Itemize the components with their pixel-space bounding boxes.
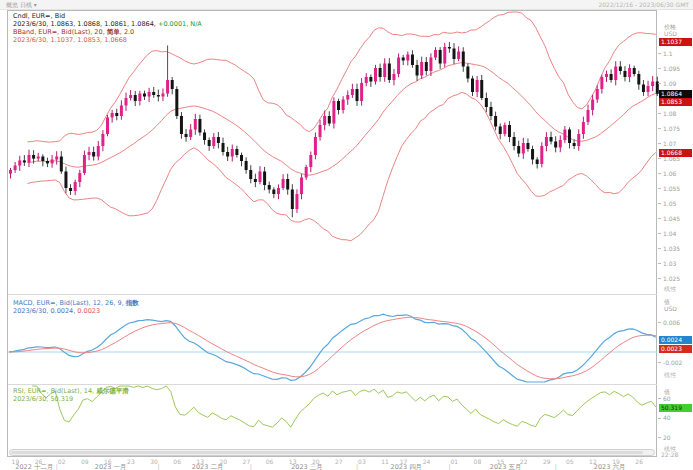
axis-tickmark xyxy=(658,113,661,114)
axis-tick-label: 1.09 xyxy=(663,80,676,87)
price-axis-badge: 1.1037 xyxy=(659,38,692,46)
x-axis-month-separator: | xyxy=(56,463,58,470)
axis-tick-label: 1.055 xyxy=(663,185,680,192)
macd-axis-badge: 0.0023 xyxy=(659,345,692,353)
axis-tickmark xyxy=(658,418,661,419)
axis-tickmark xyxy=(658,362,661,363)
x-axis-day-tick: 08 xyxy=(474,458,482,465)
x-axis-month-separator: | xyxy=(449,463,451,470)
x-axis-month-separator: | xyxy=(250,463,252,470)
x-axis-month-separator: | xyxy=(157,463,159,470)
axis-tick-label: 1.075 xyxy=(663,125,680,132)
legend-bband-series: BBand, EUR=, Bid(Last), 20, 简单, 2.0 xyxy=(13,28,202,36)
legend-rsi-series: RSI, EUR=, Bid(Last), 14, 威尔德平滑 xyxy=(13,387,129,395)
legend-rsi-value: 2023/6/30, 50.319 xyxy=(13,395,129,403)
legend-macd-value: 2023/6/30, 0.0024, xyxy=(13,307,75,315)
legend-macd-values: 2023/6/30, 0.0024, 0.0023 xyxy=(13,307,139,315)
axis-tickmark xyxy=(658,158,661,159)
macd-axis-badge: 0.0024 xyxy=(659,336,692,344)
price-legend: Cndl, EUR=, Bid 2023/6/30, 1.0863, 1.086… xyxy=(13,12,202,44)
legend-bband-matype: 简单 xyxy=(107,28,120,36)
price-axis-scale: 线性 xyxy=(664,285,676,294)
legend-ohlc-change: +0.0001, N/A xyxy=(156,20,202,28)
axis-tick-label: 1.07 xyxy=(663,140,676,147)
x-axis-day-tick: 09 xyxy=(81,458,89,465)
axis-tickmark xyxy=(658,322,661,323)
x-axis-month-label: 2023 六月 xyxy=(588,463,632,470)
price-axis-badge: 1.0864 xyxy=(659,90,692,98)
axis-tickmark xyxy=(658,218,661,219)
axis-tick-label: 1.06 xyxy=(663,170,676,177)
legend-macd-params: MACD, EUR=, Bid(Last), 12, 26, 9, xyxy=(13,299,126,307)
legend-ohlc-values: 2023/6/30, 1.0863, 1.0868, 1.0861, 1.086… xyxy=(13,20,156,28)
legend-bband-width: , 2.0 xyxy=(120,28,134,36)
axis-tickmark xyxy=(658,263,661,264)
axis-tickmark xyxy=(658,173,661,174)
axis-tick-label: 1.095 xyxy=(663,65,680,72)
axis-tickmark xyxy=(658,398,661,399)
legend-rsi-params: RSI, EUR=, Bid(Last), 14, xyxy=(13,387,96,395)
axis-tick-label: 1.025 xyxy=(663,275,680,282)
axis-tick-label: 60 xyxy=(663,395,671,402)
x-axis-day-tick: 05 xyxy=(566,458,574,465)
axis-tickmark xyxy=(658,233,661,234)
axis-tick-label: 1.1 xyxy=(663,50,673,57)
axis-tick-label: 1.045 xyxy=(663,215,680,222)
x-axis-day-tick: 06 xyxy=(173,458,181,465)
x-axis-month-label: 2023 二月 xyxy=(186,463,230,470)
legend-bband-params: BBand, EUR=, Bid(Last), 20, xyxy=(13,28,107,36)
x-axis-day-tick: 27 xyxy=(335,458,343,465)
price-axis-badge: 1.0853 xyxy=(659,98,692,106)
x-axis-day-tick: 01 xyxy=(451,458,459,465)
x-axis-day-tick: 26 xyxy=(635,458,643,465)
axis-tick-label: 1.035 xyxy=(663,245,680,252)
x-axis-month-label: 2023 四月 xyxy=(384,463,428,470)
axis-tickmark xyxy=(658,68,661,69)
x-axis-day-tick: 06 xyxy=(266,458,274,465)
axis-tickmark xyxy=(658,128,661,129)
macd-legend: MACD, EUR=, Bid(Last), 12, 26, 9, 指数 202… xyxy=(13,299,139,315)
macd-axis-scale: 线性 xyxy=(664,371,676,380)
axis-tick-label: 1.08 xyxy=(663,110,676,117)
legend-rsi-method: 威尔德平滑 xyxy=(96,387,129,395)
x-axis-month-separator: | xyxy=(356,463,358,470)
price-axis-unit: USD xyxy=(664,30,677,37)
axis-tick-label: 1.05 xyxy=(663,200,676,207)
legend-ohlc-line: 2023/6/30, 1.0863, 1.0868, 1.0861, 1.086… xyxy=(13,20,202,28)
axis-tickmark xyxy=(658,248,661,249)
legend-macd-series: MACD, EUR=, Bid(Last), 12, 26, 9, 指数 xyxy=(13,299,139,307)
legend-macd-matype: 指数 xyxy=(126,299,139,307)
axis-tickmark xyxy=(658,188,661,189)
rsi-legend: RSI, EUR=, Bid(Last), 14, 威尔德平滑 2023/6/3… xyxy=(13,387,129,403)
corner-time-label: 22:28 xyxy=(661,451,678,458)
price-axis-badge: 1.0668 xyxy=(659,149,692,157)
x-axis-month-separator: | xyxy=(555,463,557,470)
x-axis-month-label: 2023 三月 xyxy=(285,463,329,470)
x-axis-month-label: 2023 一月 xyxy=(89,463,133,470)
legend-candle-series: Cndl, EUR=, Bid xyxy=(13,12,202,20)
time-scrollbar[interactable] xyxy=(9,449,655,456)
axis-tickmark xyxy=(658,203,661,204)
x-axis-month-label: 2022 十二月 xyxy=(12,463,56,470)
x-axis-day-tick: 02 xyxy=(58,458,66,465)
axis-tick-label: 1.03 xyxy=(663,260,676,267)
axis-tickmark xyxy=(658,278,661,279)
axis-tickmark xyxy=(658,143,661,144)
axis-tickmark xyxy=(658,53,661,54)
macd-axis-unit: USD xyxy=(664,305,677,312)
axis-tickmark xyxy=(658,437,661,438)
x-axis-month-label: 2023 五月 xyxy=(484,463,528,470)
axis-tick-label: 0.006 xyxy=(663,319,680,326)
axis-tick-label: 1.04 xyxy=(663,230,676,237)
legend-bband-values: 2023/6/30, 1.1037, 1.0853, 1.0668 xyxy=(13,36,202,44)
axis-tick-label: 20 xyxy=(663,434,671,441)
axis-tickmark xyxy=(658,83,661,84)
legend-macd-signal-value: 0.0023 xyxy=(75,307,100,315)
chart-application: 概览 日线 ▾ 2022/12/16 - 2023/06/30 GMT Cndl… xyxy=(0,0,693,470)
axis-tick-label: -0.002 xyxy=(663,359,682,366)
axis-tick-label: 40 xyxy=(663,414,671,421)
rsi-axis-badge: 50.319 xyxy=(659,404,692,412)
x-axis-day-tick: 03 xyxy=(358,458,366,465)
time-scrollbar-thumb[interactable] xyxy=(11,451,643,454)
x-axis-day-tick: 29 xyxy=(543,458,551,465)
